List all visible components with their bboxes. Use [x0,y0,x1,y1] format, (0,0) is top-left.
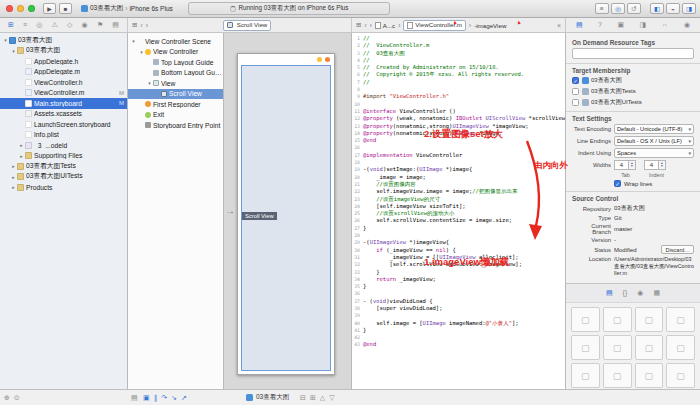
run-button[interactable]: ▶ [43,3,56,14]
outline-item[interactable]: ▾View Controller Scene [128,36,223,47]
test-navigator-tab[interactable]: ◇ [67,18,72,32]
assistant-category-crumb[interactable]: A...c [375,22,395,29]
library-item[interactable]: ▢ [635,335,664,360]
report-navigator-tab[interactable]: ▤ [112,18,119,32]
disclosure-triangle-icon[interactable]: ▸ [10,184,17,190]
navigator-item[interactable]: Assets.xcassets [0,109,127,120]
symbol-navigator-tab[interactable]: ≡ [23,18,27,32]
back-button[interactable]: ‹ [140,22,142,29]
snippet-library-tab[interactable]: {} [623,286,628,300]
code-line[interactable]: 41} [352,327,565,334]
disclosure-triangle-icon[interactable]: ▸ [18,153,25,159]
code-line[interactable]: 31 _imageView = [[UIImageView alloc]init… [352,254,565,261]
code-line[interactable]: 22 self.imageView.image = image;//把图像显示出… [352,188,565,195]
file-crumb[interactable]: ViewController.m [403,20,466,31]
outline-item[interactable]: Storyboard Entry Point [128,120,223,131]
disclosure-triangle-icon[interactable]: ▸ [18,142,25,148]
disclosure-triangle-icon[interactable]: ▸ [10,163,17,169]
symbol-crumb[interactable]: -imageView [474,22,506,29]
bottombar-icon[interactable]: ∥ [154,394,158,402]
tab-width-stepper[interactable]: 4 [614,160,636,170]
code-line[interactable]: 29-(UIImageView *)imageView{ [352,239,565,246]
bottombar-icon[interactable]: ▽ [329,394,334,402]
related-items-icon[interactable]: ⊞ [132,21,137,29]
forward-button[interactable]: › [146,22,148,29]
library-item[interactable]: ▢ [603,335,632,360]
code-line[interactable]: 9#import "ViewController.h" [352,93,565,100]
close-window-button[interactable] [6,5,13,12]
bottombar-icon[interactable]: ⊞ [310,394,316,402]
toggle-debug-area-button[interactable]: ◒ [666,3,680,14]
code-line[interactable]: 33 } [352,269,565,276]
code-editor[interactable]: 1//2// ViewController.m3// 03查看大图4//5// … [352,33,566,389]
project-navigator-tab[interactable]: ⊞ [8,18,14,32]
related-items-icon[interactable]: ⊞ [356,21,361,29]
resource-tags-input[interactable] [572,48,694,59]
code-line[interactable]: 8 [352,86,565,93]
code-line[interactable]: 42 [352,334,565,341]
quick-help-inspector-tab[interactable]: ? [598,18,602,32]
stepper-arrows-icon[interactable] [659,160,666,170]
navigator-item[interactable]: AppDelegate.m [0,67,127,78]
bottombar-icon[interactable]: ↘ [171,394,177,402]
stepper-arrows-icon[interactable] [629,160,636,170]
setting-dropdown[interactable]: Default - Unicode (UTF-8) [614,124,694,134]
code-line[interactable]: 1// [352,35,565,42]
library-item[interactable]: ▢ [635,363,664,388]
version-editor-button[interactable]: ↺ [627,3,641,14]
code-line[interactable]: 13@property(nonatomic,strong)UIImageView… [352,123,565,130]
bottombar-icon[interactable]: ▤ [131,394,138,402]
membership-checkbox[interactable] [572,88,579,95]
outline-item[interactable]: Scroll View [128,89,223,100]
discard-button[interactable]: Discard… [661,245,694,254]
code-line[interactable]: 19-(void)setImage:(UIImage *)image{ [352,166,565,173]
indent-width-stepper[interactable]: 4 [644,160,666,170]
outline-item[interactable]: Top Layout Guide [128,57,223,68]
navigator-item[interactable]: ▸Products [0,182,127,193]
setting-dropdown[interactable]: Spaces [614,148,694,158]
bottombar-icon[interactable]: ▣ [143,394,150,402]
stop-button[interactable]: ■ [59,3,72,14]
code-line[interactable]: 36 [352,290,565,297]
code-line[interactable]: 35} [352,283,565,290]
navigator-item[interactable]: ▸_3_...odeld [0,140,127,151]
bottombar-icon[interactable]: ⊟ [300,394,306,402]
code-line[interactable]: 26 self.scrollView.contentSize = image.s… [352,217,565,224]
wrap-lines-checkbox[interactable] [614,180,621,187]
library-item[interactable]: ▢ [571,363,600,388]
outline-item[interactable]: Exit [128,110,223,121]
navigator-item[interactable]: AppDelegate.h [0,56,127,67]
toggle-navigator-button[interactable]: ◧ [650,3,664,14]
setting-dropdown[interactable]: Default - OS X / Unix (LF) [614,136,694,146]
code-line[interactable]: 32 [self.scrollView addSubview:_imageVie… [352,261,565,268]
attributes-inspector-tab[interactable]: ◨ [639,18,646,32]
navigator-item[interactable]: ▸03查看大图Tests [0,161,127,172]
navigator-item[interactable]: ▾03查看大图 [0,46,127,57]
code-line[interactable]: 40 self.image = [UIImage imageNamed:@"小黄… [352,320,565,327]
back-button[interactable]: ‹ [364,22,366,29]
assistant-editor-button[interactable]: ◎ [611,3,625,14]
library-item[interactable]: ▢ [666,363,695,388]
find-navigator-tab[interactable]: ◎ [36,18,42,32]
debug-navigator-tab[interactable]: ◉ [82,18,88,32]
bottombar-icon[interactable]: ↷ [161,394,167,402]
bottombar-icon[interactable]: △ [320,394,325,402]
ib-breadcrumb[interactable]: Scroll View [223,20,272,31]
disclosure-triangle-icon[interactable]: ▾ [138,49,145,55]
file-template-library-tab[interactable]: ▤ [606,286,613,300]
code-line[interactable]: 38 [super viewDidLoad]; [352,305,565,312]
scheme-selector[interactable]: 03查看大图 › iPhone 6s Plus [81,4,173,13]
code-line[interactable]: 2// ViewController.m [352,42,565,49]
navigator-item[interactable]: ▸03查看大图UITests [0,172,127,183]
interface-builder-canvas[interactable]: → Scroll View [224,33,352,389]
library-item[interactable]: ▢ [571,335,600,360]
close-assistant-button[interactable]: × [557,22,561,29]
code-line[interactable]: 39 [352,312,565,319]
code-line[interactable]: 4// [352,57,565,64]
library-item[interactable]: ▢ [666,307,695,332]
bottombar-icon[interactable]: ⊙ [14,394,20,402]
disclosure-triangle-icon[interactable]: ▸ [10,174,17,180]
view-controller-frame[interactable]: Scroll View [237,53,335,375]
code-line[interactable]: 23 //设置imageView的尺寸 [352,196,565,203]
code-line[interactable]: 11@interface ViewController () [352,108,565,115]
